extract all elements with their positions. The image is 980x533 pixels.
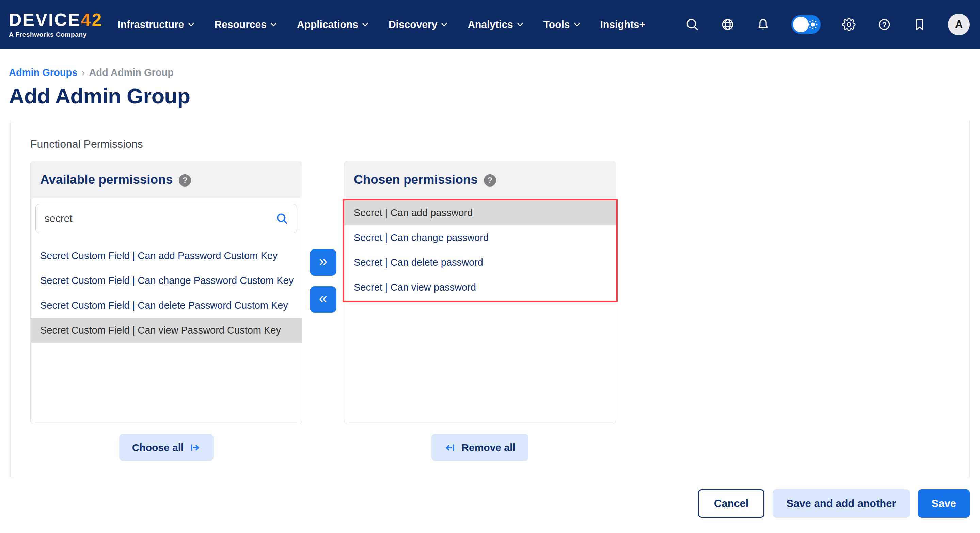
move-selected-left-button[interactable]: « [310,286,336,313]
move-selected-right-button[interactable]: » [310,249,336,276]
theme-toggle[interactable] [791,15,821,34]
chevron-down-icon [270,20,277,26]
available-filter-input[interactable] [45,213,276,224]
chosen-permissions-panel: Chosen permissions ? Secret | Can add pa… [344,161,616,424]
menu-item-analytics[interactable]: Analytics [468,19,522,30]
logo-accent-42: 42 [81,10,103,30]
choose-all-label: Choose all [132,442,184,454]
permission-option-selected[interactable]: Secret Custom Field | Can view Password … [31,318,302,343]
permission-option[interactable]: Secret Custom Field | Can change Passwor… [31,268,302,293]
gear-icon[interactable] [842,17,856,32]
help-icon[interactable]: ? [179,174,191,187]
main-content: Admin Groups › Add Admin Group Add Admin… [0,67,980,518]
form-footer-actions: Cancel Save and add another Save [9,489,970,518]
choose-all-cell: Choose all [30,434,302,461]
arrow-left-from-bar-icon [444,442,456,454]
menu-item-infrastructure[interactable]: Infrastructure [118,19,193,30]
chevron-down-icon [517,20,523,26]
svg-text:?: ? [882,21,886,29]
chevron-down-icon [362,20,368,26]
device42-logo[interactable]: DEVICE42 A Freshworks Company [9,11,102,38]
top-navbar: DEVICE42 A Freshworks Company Infrastruc… [0,0,980,49]
menu-item-tools[interactable]: Tools [544,19,579,30]
functional-permissions-card: Functional Permissions Available permiss… [10,120,970,477]
menu-item-insights-plus[interactable]: Insights+ [600,19,646,30]
permission-option[interactable]: Secret | Can delete password [344,250,616,275]
bulk-transfer-actions: Choose all Remove all [30,434,950,461]
logo-text: DEVICE42 [9,11,102,29]
bell-icon[interactable] [756,17,770,32]
permission-option[interactable]: Secret | Can change password [344,225,616,250]
menu-item-applications[interactable]: Applications [297,19,368,30]
bookmark-icon[interactable] [913,17,927,32]
sun-icon [807,19,819,30]
choose-all-button[interactable]: Choose all [119,434,214,461]
menu-label: Tools [544,19,570,30]
save-and-add-another-button[interactable]: Save and add another [773,489,910,518]
permission-option[interactable]: Secret | Can view password [344,275,616,300]
transfer-buttons: » « [302,161,344,313]
globe-icon[interactable] [721,17,735,32]
search-icon [276,213,288,225]
available-permissions-panel: Available permissions ? Secret Custom Fi… [30,161,302,424]
logo-tagline: A Freshworks Company [9,31,102,38]
breadcrumb-separator: › [81,67,85,78]
arrow-right-from-bar-icon [189,442,200,454]
spacer [302,434,344,461]
page: DEVICE42 A Freshworks Company Infrastruc… [0,0,980,533]
available-panel-title: Available permissions [40,173,173,187]
breadcrumb-current: Add Admin Group [89,67,173,78]
chosen-permissions-list: Secret | Can add password Secret | Can c… [344,198,616,300]
chevron-down-icon [574,20,580,26]
cancel-button[interactable]: Cancel [698,489,765,518]
menu-label: Applications [297,19,358,30]
save-button[interactable]: Save [918,489,970,518]
help-icon[interactable]: ? [877,17,891,32]
navbar-actions: ? A [685,14,970,35]
remove-all-label: Remove all [461,442,515,454]
chevron-down-icon [188,20,194,26]
search-icon[interactable] [685,17,699,32]
remove-all-button[interactable]: Remove all [431,434,528,461]
available-permissions-list: Secret Custom Field | Can add Password C… [31,243,302,343]
main-menu: Infrastructure Resources Applications Di… [118,19,645,30]
menu-item-discovery[interactable]: Discovery [388,19,446,30]
available-panel-header: Available permissions ? [31,161,302,198]
menu-item-resources[interactable]: Resources [215,19,276,30]
breadcrumb: Admin Groups › Add Admin Group [9,67,970,78]
page-title: Add Admin Group [9,84,970,108]
chosen-panel-header: Chosen permissions ? [344,161,616,198]
remove-all-cell: Remove all [344,434,616,461]
permission-option[interactable]: Secret Custom Field | Can add Password C… [31,243,302,268]
help-icon[interactable]: ? [484,174,496,187]
chevron-down-icon [441,20,447,26]
toggle-knob [793,17,809,32]
menu-label: Analytics [468,19,513,30]
permissions-transfer-widget: Available permissions ? Secret Custom Fi… [30,161,950,424]
menu-label: Infrastructure [118,19,184,30]
avatar[interactable]: A [948,14,970,35]
available-filter-box [35,204,297,233]
menu-label: Resources [215,19,267,30]
section-title: Functional Permissions [30,138,950,151]
menu-label: Insights+ [600,19,646,30]
breadcrumb-link-admin-groups[interactable]: Admin Groups [9,67,77,78]
permission-option[interactable]: Secret Custom Field | Can delete Passwor… [31,293,302,318]
permission-option-selected[interactable]: Secret | Can add password [344,200,616,225]
chosen-panel-title: Chosen permissions [354,173,478,187]
menu-label: Discovery [388,19,437,30]
